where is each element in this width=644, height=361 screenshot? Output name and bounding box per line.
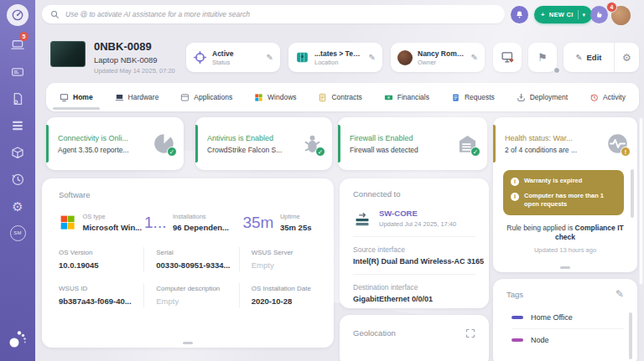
brand-spinner-icon bbox=[7, 328, 29, 350]
tab-activity[interactable]: Activity bbox=[589, 93, 626, 102]
tab-requests[interactable]: Requests bbox=[451, 93, 495, 102]
new-ci-button[interactable]: + NEW CI ▾ bbox=[534, 6, 592, 23]
connected-device-row[interactable]: SW-CORE Updated Jul 24 2025, 17:40 bbox=[353, 209, 475, 228]
page-title: 0NBK-0089 bbox=[94, 40, 175, 53]
os-type-value: Microsoft Win... bbox=[83, 223, 138, 232]
field-label: OS Version bbox=[59, 249, 135, 256]
remote-monitor-button[interactable] bbox=[493, 43, 522, 72]
new-ci-label: NEW CI bbox=[549, 11, 574, 18]
status-chip[interactable]: Active Status ✎ bbox=[186, 43, 280, 72]
global-search bbox=[42, 5, 505, 23]
tab-home[interactable]: Home bbox=[60, 93, 93, 102]
edit-location-icon[interactable]: ✎ bbox=[369, 54, 376, 62]
bell-icon bbox=[515, 10, 524, 19]
software-stats-row: OS type Microsoft Win... 1... Installati… bbox=[59, 213, 324, 232]
contracts-doc-icon bbox=[318, 93, 327, 102]
owner-label: Owner bbox=[418, 59, 466, 66]
edit-owner-icon[interactable]: ✎ bbox=[471, 54, 478, 62]
edit-status-icon[interactable]: ✎ bbox=[267, 54, 273, 62]
connectivity-status-card: Connectivity is Onli... Agent 3.35.0 rep… bbox=[46, 117, 184, 170]
page-scrollbar[interactable] bbox=[639, 117, 643, 285]
field-label: WSUS ID bbox=[59, 285, 135, 292]
tab-windows[interactable]: Windows bbox=[254, 93, 296, 102]
sidebar-item-history[interactable] bbox=[9, 171, 26, 188]
health-updated: Updated 13 hours ago bbox=[493, 246, 637, 254]
chevron-down-icon: ▾ bbox=[583, 12, 586, 18]
edit-tags-icon[interactable]: ✎ bbox=[615, 289, 624, 299]
status-value: Active bbox=[212, 49, 262, 58]
tab-deployment[interactable]: Deployment bbox=[517, 93, 568, 102]
tag-color-dash bbox=[512, 316, 523, 319]
software-panel: Software OS type Microsoft Win... 1... I… bbox=[42, 178, 334, 348]
connected-device-updated: Updated Jul 24 2025, 17:40 bbox=[379, 220, 456, 228]
tag-item[interactable]: Home Office bbox=[512, 306, 624, 328]
field-value: 9b387a43-f069-40... bbox=[59, 297, 135, 306]
sidebar-item-devices[interactable]: 5 bbox=[9, 37, 26, 54]
health-subtitle: 2 of 4 conditions are ... bbox=[505, 146, 577, 154]
document-seal-icon bbox=[10, 91, 25, 106]
sidebar-item-sm[interactable]: SM bbox=[9, 224, 26, 241]
search-input[interactable] bbox=[65, 10, 496, 18]
location-chip[interactable]: ...tates > Texas Location ✎ bbox=[288, 43, 382, 72]
notifications-button[interactable] bbox=[511, 6, 528, 23]
tab-label: Financials bbox=[397, 93, 429, 101]
antivirus-subtitle: CrowdStrike Falcon S... bbox=[207, 146, 282, 154]
tag-label: Node bbox=[531, 336, 549, 344]
app-logo[interactable] bbox=[7, 4, 29, 26]
tab-contracts[interactable]: Contracts bbox=[318, 93, 361, 102]
tab-applications[interactable]: Applications bbox=[180, 93, 232, 102]
source-interface-value: Intel(R) Dual Band Wireless-AC 3165 bbox=[353, 257, 475, 266]
check-badge: ✓ bbox=[470, 147, 480, 157]
installations-label: Installations bbox=[173, 213, 236, 220]
package-icon bbox=[10, 145, 25, 160]
connected-device-link[interactable]: SW-CORE bbox=[379, 209, 456, 218]
feedback-button[interactable] bbox=[590, 6, 608, 23]
source-interface-label: Source interface bbox=[353, 245, 475, 254]
owner-avatar bbox=[397, 50, 413, 65]
sidebar-item-servers[interactable] bbox=[9, 64, 26, 80]
flag-icon: ⚑ bbox=[538, 52, 548, 63]
windows-logo-icon bbox=[254, 93, 263, 102]
expand-icon[interactable] bbox=[465, 328, 475, 338]
health-card-scrollbar[interactable] bbox=[631, 169, 634, 218]
tag-item[interactable]: Node bbox=[512, 328, 624, 351]
brand-logo bbox=[7, 328, 29, 350]
tab-financials[interactable]: Financials bbox=[384, 93, 429, 102]
health-warnings-box: i Warranty is expired i Computer has mor… bbox=[503, 170, 624, 215]
location-label: Location bbox=[314, 59, 364, 66]
field-value: 00330-80951-9334... bbox=[156, 260, 230, 270]
status-target-icon bbox=[193, 50, 207, 64]
rule-prefix: Rule being applied is bbox=[506, 224, 573, 232]
uptime-big: 35m bbox=[242, 214, 273, 232]
info-bullet-icon: i bbox=[511, 193, 519, 201]
tag-label: Home Office bbox=[531, 313, 573, 322]
info-bullet-icon: i bbox=[511, 178, 519, 186]
field-label: WSUS Server bbox=[252, 249, 315, 256]
gear-icon: ⚙ bbox=[12, 200, 23, 213]
flag-button[interactable]: ⚑ bbox=[528, 43, 557, 72]
destination-interface-value: GigabitEthernet 0/0/01 bbox=[353, 295, 475, 303]
home-monitor-icon bbox=[60, 93, 69, 102]
tags-title: Tags bbox=[506, 290, 523, 299]
sidebar-item-packages[interactable] bbox=[9, 144, 26, 161]
field-os-version: OS Version 10.0.19045 bbox=[59, 247, 143, 271]
app-root: 5 ⚙ bbox=[0, 0, 644, 361]
sidebar-item-settings[interactable]: ⚙ bbox=[9, 198, 26, 214]
check-badge: ✓ bbox=[315, 147, 325, 157]
hand-icon bbox=[595, 10, 604, 19]
sidebar-item-contracts[interactable] bbox=[9, 90, 26, 107]
divider bbox=[353, 236, 475, 237]
tab-hardware[interactable]: Hardware bbox=[115, 93, 159, 102]
tabs-bar: Home Hardware Applications Windows bbox=[46, 83, 639, 111]
requests-doc-icon bbox=[451, 93, 460, 102]
field-os-installation-date: OS Installation Date 2020-10-28 bbox=[239, 283, 324, 307]
edit-button[interactable]: ✎ Edit bbox=[564, 43, 614, 72]
flag-status-dot bbox=[553, 67, 560, 74]
sidebar-item-database[interactable] bbox=[9, 117, 26, 134]
tags-scrollbar[interactable] bbox=[629, 312, 632, 359]
field-serial: Serial 00330-80951-9334... bbox=[143, 247, 238, 271]
field-value: 2020-10-28 bbox=[252, 297, 315, 306]
map-icon bbox=[295, 50, 309, 64]
device-settings-button[interactable]: ⚙ bbox=[614, 43, 639, 72]
owner-chip[interactable]: Nancy Romero Owner ✎ bbox=[391, 43, 485, 72]
